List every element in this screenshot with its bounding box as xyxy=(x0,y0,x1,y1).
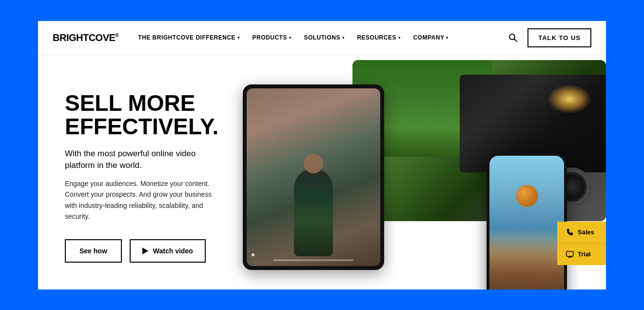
laptop-device xyxy=(352,60,606,221)
tablet-screen xyxy=(247,88,380,266)
hero-content: SELL MOREEFFECTIVELY. With the most powe… xyxy=(38,55,243,289)
laptop-screen xyxy=(352,60,606,221)
phone-screen xyxy=(489,156,564,289)
svg-line-1 xyxy=(514,39,517,42)
nav-item-products[interactable]: PRODUCTS ▾ xyxy=(248,30,296,45)
phone-device xyxy=(487,153,567,289)
hero-subheadline: With the most powerful online video plat… xyxy=(65,148,223,171)
search-icon xyxy=(508,33,518,42)
trial-button[interactable]: Trial xyxy=(557,243,606,265)
logo[interactable]: BRIGHTCOVE® xyxy=(53,32,118,43)
chevron-down-icon: ▾ xyxy=(289,36,292,40)
hero-buttons: See how Watch video xyxy=(65,239,223,263)
nav-item-resources[interactable]: RESOURCES ▾ xyxy=(352,30,405,45)
watch-video-button[interactable]: Watch video xyxy=(130,239,206,263)
tablet-progress-bar xyxy=(273,259,353,261)
chevron-down-icon: ▾ xyxy=(398,36,401,40)
tablet-device xyxy=(243,84,384,270)
sales-button[interactable]: Sales xyxy=(557,222,606,243)
hero-headline: SELL MOREEFFECTIVELY. xyxy=(65,91,223,139)
talk-to-us-button[interactable]: TALK TO US xyxy=(527,28,591,47)
nav-item-company[interactable]: COMPANY ▾ xyxy=(408,30,453,45)
chevron-down-icon: ▾ xyxy=(237,36,240,40)
hero-body-text: Engage your audiences. Monetize your con… xyxy=(65,178,223,222)
logo-trademark: ® xyxy=(115,33,118,38)
hero-media xyxy=(243,55,606,289)
search-button[interactable] xyxy=(506,31,520,44)
phone-icon xyxy=(566,228,574,236)
header: BRIGHTCOVE® THE BRIGHTCOVE DIFFERENCE ▾ … xyxy=(38,21,606,55)
nav-actions: TALK TO US xyxy=(506,28,591,47)
play-icon xyxy=(142,248,148,254)
hero-section: SELL MOREEFFECTIVELY. With the most powe… xyxy=(38,55,606,289)
chevron-down-icon: ▾ xyxy=(342,36,345,40)
nav-item-solutions[interactable]: SOLUTIONS ▾ xyxy=(299,30,349,45)
logo-text: BRIGHTCOVE xyxy=(53,32,115,43)
chevron-down-icon: ▾ xyxy=(446,36,449,40)
see-how-button[interactable]: See how xyxy=(65,239,122,263)
nav-item-brightcove-difference[interactable]: THE BRIGHTCOVE DIFFERENCE ▾ xyxy=(133,30,244,45)
monitor-icon xyxy=(566,250,574,258)
main-nav: THE BRIGHTCOVE DIFFERENCE ▾ PRODUCTS ▾ S… xyxy=(133,30,506,45)
main-container: BRIGHTCOVE® THE BRIGHTCOVE DIFFERENCE ▾ … xyxy=(38,21,606,289)
svg-rect-2 xyxy=(566,251,573,256)
side-action-buttons: Sales Trial xyxy=(557,222,606,265)
